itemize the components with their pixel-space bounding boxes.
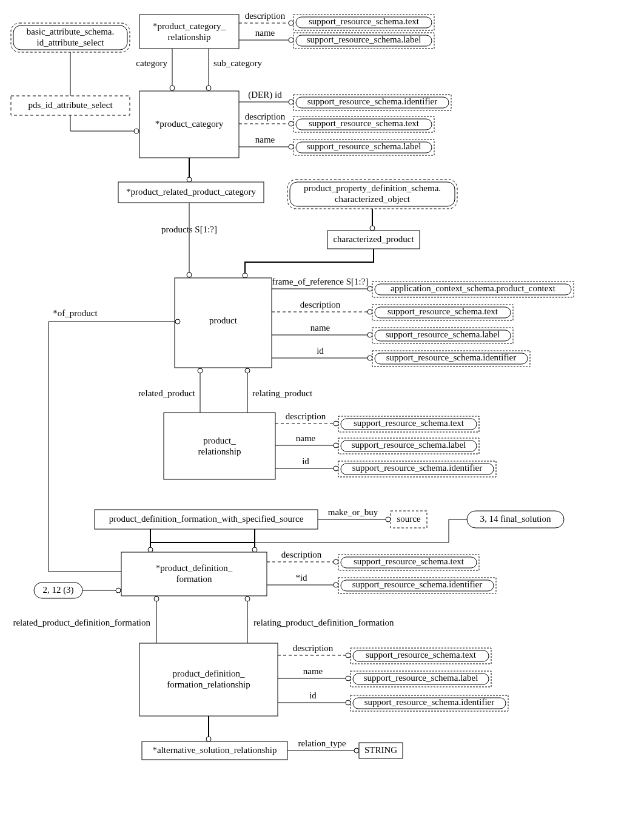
svg-point-35: [175, 319, 180, 324]
attr-product-name: name: [310, 323, 330, 333]
svg-point-15: [289, 144, 293, 149]
entity-pdf-rel-l2: formation_relationship: [167, 680, 250, 689]
svg-point-62: [346, 700, 351, 705]
type-app-ctx-label: application_context_schema.product_conte…: [391, 283, 556, 293]
type-srs-text-2-label: support_resource_schema.text: [309, 118, 420, 128]
entity-product-category-relationship: [139, 15, 239, 49]
svg-point-28: [367, 333, 372, 337]
svg-point-39: [334, 443, 338, 448]
attr-of-product: *of_product: [53, 308, 98, 318]
entity-product-relationship-l1: product_: [203, 436, 236, 445]
attr-product-description: description: [300, 300, 341, 309]
type-srs-label-5-label: support_resource_schema.label: [364, 673, 478, 683]
attr-pcr-description: description: [245, 11, 286, 21]
svg-point-56: [245, 596, 250, 601]
svg-point-24: [367, 286, 372, 291]
type-string-label: STRING: [364, 745, 397, 755]
svg-point-26: [367, 309, 372, 314]
svg-point-66: [354, 748, 359, 753]
entity-pdf-l1: *product_definition_: [156, 563, 233, 573]
attr-relating-product: relating_product: [252, 388, 313, 398]
entity-pdf-rel-l1: product_definition_: [172, 669, 245, 678]
type-srs-text-4-label: support_resource_schema.text: [354, 418, 465, 428]
attr-pr-name: name: [296, 433, 316, 443]
entity-product-relationship: [164, 413, 275, 479]
svg-point-3: [289, 21, 293, 25]
svg-point-1: [134, 129, 139, 133]
svg-point-52: [116, 588, 121, 593]
type-srs-label-4-label: support_resource_schema.label: [352, 440, 466, 450]
svg-point-45: [148, 547, 153, 552]
entity-product-category-relationship-l2: relationship: [168, 32, 211, 42]
select-basic-attribute-schema-label-1: basic_attribute_schema.: [27, 27, 115, 36]
svg-point-22: [243, 273, 247, 278]
attr-pr-id: id: [302, 456, 309, 466]
entity-product-category-label: *product_category: [155, 119, 224, 129]
type-srs-identifier-2-label: support_resource_schema.identifier: [386, 353, 517, 362]
entity-pdf-l2: formation: [176, 574, 212, 584]
type-srs-text-5-label: support_resource_schema.text: [354, 556, 465, 566]
svg-point-5: [289, 38, 293, 42]
entity-product-category-relationship-l1: *product_category_: [153, 21, 226, 31]
select-basic-attribute-schema-label-2: id_attribute_select: [37, 38, 105, 47]
svg-point-19: [187, 272, 192, 277]
attr-related-pdf: related_product_definition_formation: [13, 618, 150, 627]
attr-relating-pdf: relating_product_definition_formation: [253, 618, 394, 627]
select-product-property-def-l2: characterized_object: [335, 194, 411, 204]
attr-category: category: [136, 58, 167, 68]
svg-point-60: [346, 676, 351, 681]
entity-characterized-product-label: characterized_product: [333, 234, 414, 244]
type-pds-id-attribute-select-label: pds_id_attribute_select: [28, 100, 113, 110]
select-product-property-def-l1: product_property_definition_schema.: [304, 183, 441, 193]
svg-point-9: [206, 86, 211, 90]
svg-point-13: [289, 121, 293, 126]
svg-point-32: [198, 368, 203, 373]
type-srs-text-3-label: support_resource_schema.text: [387, 306, 498, 316]
svg-point-46: [252, 547, 257, 552]
rule-3-14-label: 3, 14 final_solution: [480, 514, 551, 524]
svg-point-17: [187, 177, 192, 182]
attr-pdfr-id: id: [309, 691, 317, 700]
svg-point-21: [370, 226, 375, 231]
attr-pdfr-description: description: [293, 643, 334, 653]
svg-point-50: [334, 583, 338, 587]
attr-pr-description: description: [286, 411, 326, 421]
entity-pdf-with-source-label: product_definition_formation_with_specif…: [109, 514, 304, 524]
type-srs-label-1-label: support_resource_schema.label: [307, 35, 421, 44]
attr-pdf-star-id: *id: [295, 573, 307, 583]
attr-make-or-buy: make_or_buy: [328, 507, 378, 517]
type-srs-label-2-label: support_resource_schema.label: [307, 141, 421, 151]
type-srs-identifier-5-label: support_resource_schema.identifier: [364, 697, 495, 707]
svg-point-11: [289, 100, 293, 104]
svg-point-7: [170, 86, 175, 90]
attr-pc-description: description: [245, 112, 286, 121]
svg-point-41: [334, 466, 338, 471]
svg-point-37: [334, 421, 338, 426]
attr-pdf-description: description: [281, 550, 322, 559]
type-srs-text-6-label: support_resource_schema.text: [366, 650, 477, 660]
type-srs-identifier-3-label: support_resource_schema.identifier: [352, 463, 483, 473]
svg-point-54: [154, 596, 159, 601]
attr-frame-of-reference: frame_of_reference S[1:?]: [272, 277, 369, 286]
entity-product-related-product-category-label: *product_related_product_category: [126, 187, 257, 197]
attr-pc-der-id: (DER) id: [248, 90, 282, 100]
type-srs-identifier-1-label: support_resource_schema.identifier: [307, 96, 438, 106]
entity-alternative-solution-relationship-label: *alternative_solution_relationship: [153, 745, 277, 755]
attr-related-product: related_product: [138, 388, 196, 398]
svg-point-43: [386, 517, 391, 522]
svg-point-64: [206, 737, 211, 741]
attr-relation-type: relation_type: [298, 738, 346, 748]
attr-pdfr-name: name: [303, 666, 323, 676]
entity-product-relationship-l2: relationship: [198, 447, 241, 456]
attr-product-id: id: [317, 346, 324, 356]
attr-pc-name: name: [255, 135, 275, 144]
type-srs-identifier-4-label: support_resource_schema.identifier: [352, 579, 483, 589]
attr-pcr-name: name: [255, 28, 275, 38]
svg-point-58: [346, 653, 351, 658]
entity-product-label: product: [209, 316, 238, 325]
type-source-label: source: [397, 514, 420, 524]
attr-sub-category: sub_category: [213, 58, 262, 68]
rule-2-12-3-label: 2, 12 (3): [42, 585, 73, 595]
svg-point-34: [245, 368, 250, 373]
attr-products: products S[1:?]: [161, 225, 217, 234]
